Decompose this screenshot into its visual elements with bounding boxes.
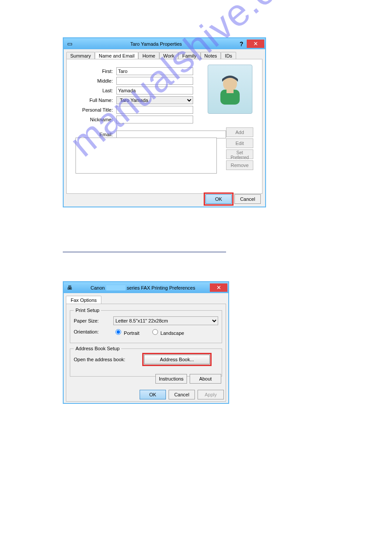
fullname-select[interactable]: Taro Yamada (116, 96, 193, 104)
close-button[interactable]: ✕ (210, 283, 227, 292)
tab-work[interactable]: Work (159, 52, 178, 59)
personal-title-label: Personal Title: (71, 107, 116, 112)
info-button-bar: Instructions About (155, 374, 221, 384)
instructions-button[interactable]: Instructions (155, 374, 187, 384)
personal-title-input[interactable] (116, 106, 193, 114)
set-preferred-button[interactable]: Set Preferred (226, 149, 253, 159)
first-label: First: (71, 69, 116, 74)
tab-notes[interactable]: Notes (201, 52, 221, 59)
tab-family[interactable]: Family (178, 52, 200, 59)
nickname-label: Nickname: (71, 117, 116, 122)
add-button[interactable]: Add (226, 127, 253, 137)
first-input[interactable] (116, 67, 193, 75)
dialog-button-bar-2: OK Cancel Apply (64, 390, 228, 399)
email-listbox[interactable] (76, 138, 217, 174)
close-button[interactable]: ✕ (247, 40, 264, 48)
email-button-group: Add Edit Set Preferred Remove (226, 127, 253, 170)
tab-home[interactable]: Home (138, 52, 159, 59)
tab-ids[interactable]: IDs (221, 52, 236, 59)
open-address-book-label: Open the address book: (74, 357, 144, 362)
paper-size-label: Paper Size: (74, 318, 113, 323)
tab-panel: First: Middle: Last: Full Name: Taro Yam… (66, 59, 263, 194)
landscape-radio[interactable]: Landscape (150, 328, 184, 336)
orientation-label: Orientation: (74, 329, 113, 334)
window-icon: ▭ (66, 40, 73, 47)
remove-button[interactable]: Remove (226, 160, 253, 170)
ok-button[interactable]: OK (205, 194, 232, 204)
last-label: Last: (71, 88, 116, 93)
paper-size-select[interactable]: Letter 8.5"x11" 22x28cm (113, 316, 218, 325)
last-input[interactable] (116, 87, 193, 94)
printing-preferences-dialog: 🖶 Canon XXXXXX series FAX Printing Prefe… (63, 281, 229, 404)
cancel-button[interactable]: Cancel (234, 194, 261, 204)
tab-fax-options[interactable]: Fax Options (66, 296, 101, 304)
printer-icon: 🖶 (66, 284, 73, 291)
tab-summary[interactable]: Summary (66, 52, 95, 59)
print-setup-legend: Print Setup (74, 308, 101, 313)
window-title: Canon XXXXXX series FAX Printing Prefere… (76, 285, 210, 290)
cancel-button[interactable]: Cancel (169, 390, 195, 399)
properties-dialog: ▭ Taro Yamada Properties ? ✕ Summary Nam… (63, 37, 266, 207)
help-button[interactable]: ? (236, 40, 247, 47)
avatar-icon (212, 69, 248, 109)
middle-input[interactable] (116, 77, 193, 85)
address-book-legend: Address Book Setup (74, 346, 121, 351)
edit-button[interactable]: Edit (226, 138, 253, 148)
address-book-button[interactable]: Address Book... (144, 355, 210, 364)
print-setup-group: Print Setup Paper Size: Letter 8.5"x11" … (70, 308, 222, 343)
contact-avatar (208, 65, 252, 114)
dialog-button-bar: OK Cancel (205, 194, 261, 204)
tab-strip: Summary Name and Email Home Work Family … (64, 49, 265, 59)
window-title: Taro Yamada Properties (76, 41, 236, 47)
email-label: Email: (71, 132, 116, 137)
titlebar[interactable]: ▭ Taro Yamada Properties ? ✕ (64, 38, 265, 49)
titlebar[interactable]: 🖶 Canon XXXXXX series FAX Printing Prefe… (64, 282, 228, 293)
fullname-label: Full Name: (71, 98, 116, 103)
about-button[interactable]: About (190, 374, 221, 384)
svg-rect-2 (227, 89, 234, 93)
portrait-radio[interactable]: Portrait (113, 328, 140, 336)
address-book-group: Address Book Setup Open the address book… (70, 346, 222, 377)
middle-label: Middle: (71, 78, 116, 83)
tab-name-email[interactable]: Name and Email (95, 52, 138, 59)
tab-strip-2: Fax Options (64, 293, 228, 304)
ok-button[interactable]: OK (140, 390, 166, 399)
nickname-input[interactable] (116, 116, 193, 123)
apply-button[interactable]: Apply (198, 390, 224, 399)
section-divider (63, 252, 226, 252)
